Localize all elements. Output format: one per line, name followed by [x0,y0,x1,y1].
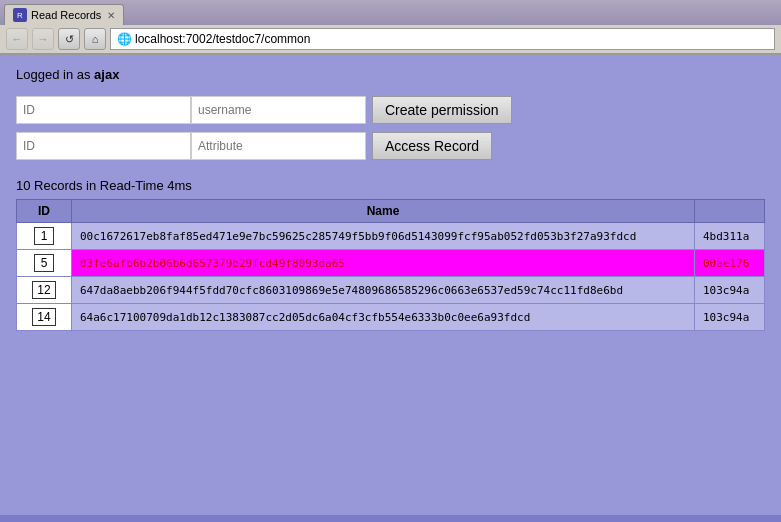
table-row: 503fe6afb6b2b06b6d657379b29fcd49f8093da6… [17,250,765,277]
access-record-id-input[interactable] [16,132,191,160]
create-permission-id-input[interactable] [16,96,191,124]
row-id-cell: 1 [17,223,72,250]
address-text: localhost:7002/testdoc7/common [135,32,310,46]
table-row: 1464a6c17100709da1db12c1383087cc2d05dc6a… [17,304,765,331]
browser-chrome: R Read Records ✕ ← → ↺ ⌂ 🌐 localhost:700… [0,0,781,55]
create-permission-form: Create permission [16,96,765,124]
records-info: 10 Records in Read-Time 4ms [16,178,765,193]
row-extra-cell: 4bd311a [695,223,765,250]
row-name-cell: 64a6c17100709da1db12c1383087cc2d05dc6a04… [72,304,695,331]
col-header-id: ID [17,200,72,223]
create-permission-username-input[interactable] [191,96,366,124]
tab-bar: R Read Records ✕ [0,0,781,25]
address-bar[interactable]: 🌐 localhost:7002/testdoc7/common [110,28,775,50]
col-header-name: Name [72,200,695,223]
id-badge: 14 [32,308,55,326]
address-icon: 🌐 [117,32,131,46]
home-button[interactable]: ⌂ [84,28,106,50]
table-row: 12647da8aebb206f944f5fdd70cfc8603109869e… [17,277,765,304]
row-name-cell: 03fe6afb6b2b06b6d657379b29fcd49f8093da65 [72,250,695,277]
access-record-form: Access Record [16,132,765,160]
table-header-row: ID Name [17,200,765,223]
tab-close-button[interactable]: ✕ [107,10,115,21]
id-badge: 12 [32,281,55,299]
logged-in-username: ajax [94,67,119,82]
create-permission-button[interactable]: Create permission [372,96,512,124]
row-id-cell: 14 [17,304,72,331]
access-record-button[interactable]: Access Record [372,132,492,160]
row-id-cell: 5 [17,250,72,277]
row-extra-cell: 103c94a [695,304,765,331]
col-header-extra [695,200,765,223]
logged-in-label: Logged in as [16,67,94,82]
access-record-attribute-input[interactable] [191,132,366,160]
logged-in-info: Logged in as ajax [16,67,765,82]
row-name-cell: 00c1672617eb8faf85ed471e9e7bc59625c28574… [72,223,695,250]
id-badge: 1 [34,227,54,245]
forward-button[interactable]: → [32,28,54,50]
row-extra-cell: 103c94a [695,277,765,304]
id-badge: 5 [34,254,54,272]
row-extra-cell: 00ae176 [695,250,765,277]
back-button[interactable]: ← [6,28,28,50]
row-id-cell: 12 [17,277,72,304]
row-name-cell: 647da8aebb206f944f5fdd70cfc8603109869e5e… [72,277,695,304]
tab-icon: R [13,8,27,22]
records-table: ID Name 100c1672617eb8faf85ed471e9e7bc59… [16,199,765,331]
page-content: Logged in as ajax Create permission Acce… [0,55,781,515]
table-row: 100c1672617eb8faf85ed471e9e7bc59625c2857… [17,223,765,250]
nav-bar: ← → ↺ ⌂ 🌐 localhost:7002/testdoc7/common [0,25,781,54]
tab-title: Read Records [31,9,101,21]
reload-button[interactable]: ↺ [58,28,80,50]
active-tab[interactable]: R Read Records ✕ [4,4,124,25]
